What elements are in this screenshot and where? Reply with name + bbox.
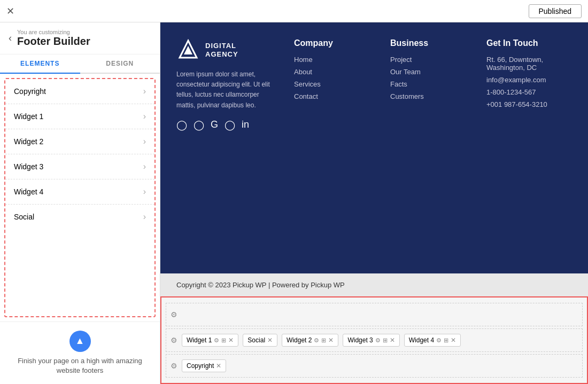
- gear-icon[interactable]: ⚙: [171, 310, 177, 319]
- company-heading: Company: [294, 38, 369, 48]
- business-links: Project Our Team Facts Customers: [390, 56, 465, 100]
- settings-icon[interactable]: ⚙: [436, 337, 442, 344]
- resize-icon[interactable]: ⊞: [444, 337, 448, 344]
- settings-icon[interactable]: ⚙: [314, 337, 319, 344]
- top-bar: ✕ Published: [0, 0, 588, 22]
- chevron-right-icon: ›: [143, 87, 146, 96]
- settings-icon[interactable]: ⚙: [375, 337, 381, 344]
- list-item: Facts: [390, 80, 465, 88]
- element-widget4[interactable]: Widget 4 ›: [5, 179, 154, 205]
- chip-label: Widget 3: [347, 336, 373, 344]
- footer-bottom-bar: Copyright © 2023 Pickup WP | Powered by …: [160, 273, 588, 296]
- element-social[interactable]: Social ›: [5, 205, 154, 229]
- element-label: Copyright: [14, 87, 46, 96]
- chip-widget3: Widget 3 ⚙ ⊞ ✕: [343, 334, 399, 347]
- gear-icon[interactable]: ⚙: [171, 362, 177, 370]
- sidebar-tabs: ELEMENTS DESIGN: [0, 54, 160, 74]
- chip-label: Widget 2: [287, 336, 312, 344]
- close-icon[interactable]: ✕: [451, 336, 456, 344]
- list-item: Home: [294, 56, 369, 64]
- footer-social-icons: ◯ ◯ G ◯ in: [176, 119, 273, 131]
- chip-widget2: Widget 2 ⚙ ⊞ ✕: [282, 334, 338, 347]
- element-label: Widget 3: [14, 162, 43, 171]
- close-icon[interactable]: ✕: [390, 336, 395, 344]
- instagram-icon[interactable]: ◯: [225, 119, 235, 131]
- main-layout: ‹ You are customizing Footer Builder ELE…: [0, 22, 588, 384]
- resize-icon[interactable]: ⊞: [321, 337, 326, 344]
- close-icon[interactable]: ✕: [216, 362, 221, 370]
- sidebar-header: ‹ You are customizing Footer Builder: [0, 22, 160, 54]
- contact-heading: Get In Touch: [486, 38, 572, 48]
- element-label: Widget 2: [14, 137, 43, 146]
- close-icon[interactable]: ✕: [228, 336, 234, 344]
- list-item: info@example.com: [486, 76, 572, 84]
- close-icon[interactable]: ✕: [267, 336, 273, 344]
- chip-widget4: Widget 4 ⚙ ⊞ ✕: [404, 334, 461, 347]
- google-icon[interactable]: G: [211, 119, 218, 131]
- chevron-right-icon: ›: [143, 187, 146, 197]
- element-widget3[interactable]: Widget 3 ›: [5, 154, 154, 179]
- twitter-icon[interactable]: ◯: [194, 119, 204, 131]
- close-icon[interactable]: ✕: [6, 5, 14, 17]
- element-copyright[interactable]: Copyright ›: [5, 79, 154, 104]
- content-area: DIGITALAGENCY Lorem ipsum dolor sit amet…: [160, 22, 588, 384]
- element-label: Widget 1: [14, 112, 43, 121]
- sidebar-footer: ▲ Finish your page on a high with amazin…: [0, 322, 160, 384]
- logo-text: DIGITALAGENCY: [205, 42, 238, 58]
- close-icon[interactable]: ✕: [328, 336, 334, 344]
- footer-top: DIGITALAGENCY Lorem ipsum dolor sit amet…: [176, 38, 572, 131]
- list-item: Our Team: [390, 68, 465, 76]
- tab-design[interactable]: DESIGN: [80, 54, 160, 73]
- builder-row-1: ⚙: [166, 303, 583, 326]
- back-icon[interactable]: ‹: [9, 33, 12, 44]
- chip-label: Copyright: [187, 362, 214, 370]
- gear-icon[interactable]: ⚙: [171, 336, 177, 344]
- list-item: Rt. 66, Downtown, Washington, DC: [486, 56, 572, 72]
- resize-icon[interactable]: ⊞: [221, 337, 226, 344]
- chip-label: Widget 1: [187, 336, 212, 344]
- chip-copyright: Copyright ✕: [182, 359, 226, 372]
- chevron-right-icon: ›: [143, 162, 146, 171]
- footer-logo: DIGITALAGENCY: [176, 38, 273, 62]
- element-widget2[interactable]: Widget 2 ›: [5, 129, 154, 154]
- settings-icon[interactable]: ⚙: [214, 337, 219, 344]
- sidebar-subtitle: You are customizing: [17, 29, 90, 35]
- sidebar-title-group: You are customizing Footer Builder: [17, 29, 90, 48]
- list-item: Services: [294, 80, 369, 88]
- element-label: Social: [14, 213, 34, 221]
- facebook-icon[interactable]: ◯: [176, 119, 187, 131]
- elements-list: Copyright › Widget 1 › Widget 2 › Widget…: [4, 78, 156, 317]
- builder-row-3: ⚙ Copyright ✕: [166, 354, 583, 378]
- sidebar-title: Footer Builder: [17, 35, 90, 48]
- footer-contact-col: Get In Touch Rt. 66, Downtown, Washingto…: [486, 38, 572, 131]
- contact-links: Rt. 66, Downtown, Washington, DC info@ex…: [486, 56, 572, 108]
- chevron-right-icon: ›: [143, 212, 146, 222]
- chip-social: Social ✕: [243, 334, 277, 347]
- brand-icon: ▲: [69, 331, 91, 352]
- list-item: Customers: [390, 92, 465, 100]
- element-widget1[interactable]: Widget 1 ›: [5, 104, 154, 129]
- list-item: Contact: [294, 92, 369, 100]
- footer-brand-col: DIGITALAGENCY Lorem ipsum dolor sit amet…: [176, 38, 273, 131]
- copyright-text: Copyright © 2023 Pickup WP | Powered by …: [176, 281, 345, 289]
- chip-label: Social: [247, 336, 265, 344]
- company-links: Home About Services Contact: [294, 56, 369, 100]
- list-item: About: [294, 68, 369, 76]
- resize-icon[interactable]: ⊞: [383, 337, 388, 344]
- list-item: Project: [390, 56, 465, 64]
- logo-svg: [176, 38, 200, 62]
- chevron-right-icon: ›: [143, 137, 146, 146]
- builder-area: ⚙ ⚙ Widget 1 ⚙ ⊞ ✕ Social ✕ Widget 2 ⚙: [160, 296, 588, 384]
- published-button[interactable]: Published: [529, 4, 582, 18]
- footer-business-col: Business Project Our Team Facts Customer…: [390, 38, 465, 131]
- element-label: Widget 4: [14, 187, 43, 196]
- business-heading: Business: [390, 38, 465, 48]
- tab-elements[interactable]: ELEMENTS: [0, 54, 80, 74]
- chip-widget1: Widget 1 ⚙ ⊞ ✕: [182, 334, 238, 347]
- chip-label: Widget 4: [409, 336, 434, 344]
- sidebar-footer-text: Finish your page on a high with amazing …: [9, 356, 151, 375]
- linkedin-icon[interactable]: in: [242, 119, 249, 131]
- list-item: +001 987-654-3210: [486, 100, 572, 108]
- footer-preview: DIGITALAGENCY Lorem ipsum dolor sit amet…: [160, 22, 588, 273]
- list-item: 1-800-1234-567: [486, 88, 572, 96]
